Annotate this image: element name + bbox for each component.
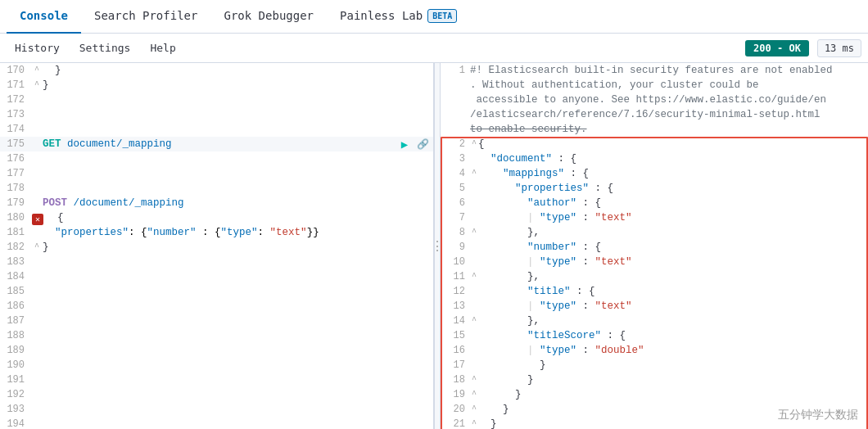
history-button[interactable]: History <box>7 38 68 57</box>
secondary-nav: History Settings Help 200 - OK 13 ms <box>0 34 868 63</box>
help-button[interactable]: Help <box>142 38 183 57</box>
tab-grok-debugger[interactable]: Grok Debugger <box>210 0 327 34</box>
editor-line: 170 ^ } <box>0 63 433 78</box>
editor-line: 177 <box>0 166 433 181</box>
editor-line: 185 <box>0 284 433 299</box>
editor-line: 193 <box>0 402 433 417</box>
editor-line: 189 <box>0 343 433 358</box>
line-actions: ▶ 🔗 <box>397 137 430 151</box>
editor-line: 187 <box>0 314 433 328</box>
editor-line: 182 ^ } <box>0 240 433 255</box>
editor-line: 171 ^ } <box>0 78 433 93</box>
panel-divider[interactable]: ⋮ <box>434 63 441 429</box>
editor-line: 190 <box>0 358 433 373</box>
output-panel[interactable]: 1 #! Elasticsearch built-in security fea… <box>441 63 868 429</box>
tab-painless-lab[interactable]: Painless Lab BETA <box>327 0 470 34</box>
status-badge: 200 - OK <box>745 40 809 56</box>
tab-console[interactable]: Console <box>7 0 81 34</box>
editor-line: 176 <box>0 151 433 166</box>
editor-line: 192 <box>0 387 433 402</box>
settings-button[interactable]: Settings <box>71 38 139 57</box>
editor-line: 178 <box>0 181 433 196</box>
editor-line: 173 <box>0 107 433 122</box>
beta-badge: BETA <box>427 9 457 23</box>
editor-line-active: 175 GET document/_mapping ▶ 🔗 <box>0 137 433 151</box>
editor-panel[interactable]: 170 ^ } 171 ^ } 172 173 174 <box>0 63 434 429</box>
editor-line: 181 "properties": {"number" : {"type": "… <box>0 225 433 240</box>
copy-icon[interactable]: 🔗 <box>415 137 430 151</box>
editor-line: 172 <box>0 93 433 107</box>
editor-line: 186 <box>0 299 433 314</box>
time-badge: 13 ms <box>817 39 861 57</box>
editor-line: 184 <box>0 269 433 284</box>
editor-line: 180 ^ ✕ { <box>0 210 433 225</box>
editor-line: 188 <box>0 328 433 343</box>
editor-line: 194 <box>0 417 433 429</box>
main-content: 170 ^ } 171 ^ } 172 173 174 <box>0 63 868 429</box>
top-nav: Console Search Profiler Grok Debugger Pa… <box>0 0 868 34</box>
output-warning-section: 1 #! Elasticsearch built-in security fea… <box>441 63 868 137</box>
tab-search-profiler[interactable]: Search Profiler <box>81 0 210 34</box>
editor-line: 174 <box>0 122 433 137</box>
editor-line: 179 POST /document/_mapping <box>0 196 433 210</box>
output-json-section: 2 3 4 5 6 7 8 9 10 11 12 13 14 15 16 17 … <box>441 137 868 429</box>
run-icon[interactable]: ▶ <box>397 137 412 151</box>
editor-line: 183 <box>0 255 433 269</box>
editor-line: 191 <box>0 373 433 387</box>
